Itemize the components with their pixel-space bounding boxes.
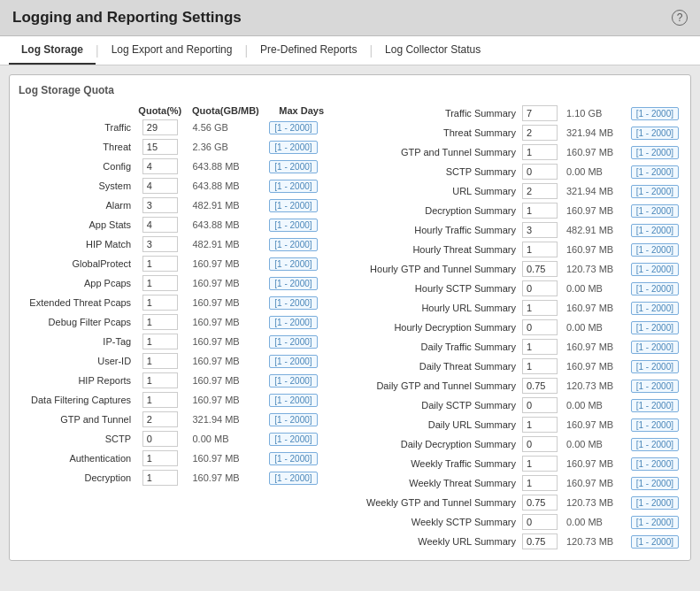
range-btn-right-4[interactable]: [1 - 2000] <box>631 185 679 198</box>
range-btn-left-5[interactable]: [1 - 2000] <box>269 219 317 232</box>
summary-value-input-11[interactable] <box>522 319 558 335</box>
range-btn-left-15[interactable]: [1 - 2000] <box>269 413 317 426</box>
range-btn-right-10[interactable]: [1 - 2000] <box>631 302 679 315</box>
range-btn-right-8[interactable]: [1 - 2000] <box>631 263 679 276</box>
range-btn-right-5[interactable]: [1 - 2000] <box>631 204 679 218</box>
quota-pct-input-17[interactable] <box>142 450 178 466</box>
summary-value-input-17[interactable] <box>522 436 558 452</box>
summary-value-input-20[interactable] <box>522 495 558 510</box>
range-btn-left-1[interactable]: [1 - 2000] <box>269 141 317 154</box>
range-btn-right-12[interactable]: [1 - 2000] <box>631 341 679 354</box>
range-btn-left-3[interactable]: [1 - 2000] <box>269 180 317 193</box>
summary-value-input-15[interactable] <box>522 397 558 413</box>
range-btn-left-7[interactable]: [1 - 2000] <box>269 257 317 271</box>
quota-pct-input-6[interactable] <box>142 236 178 252</box>
summary-value-input-0[interactable] <box>522 105 558 121</box>
range-btn-right-20[interactable]: [1 - 2000] <box>631 496 679 510</box>
summary-value-input-8[interactable] <box>522 261 558 277</box>
quota-pct-input-10[interactable] <box>142 314 178 330</box>
right-label-18: Weekly Traffic Summary <box>364 454 519 473</box>
range-btn-right-17[interactable]: [1 - 2000] <box>631 438 679 451</box>
summary-value-input-4[interactable] <box>522 183 558 199</box>
range-btn-right-0[interactable]: [1 - 2000] <box>631 107 679 120</box>
left-quota-pct-1 <box>135 137 185 157</box>
range-btn-left-16[interactable]: [1 - 2000] <box>269 433 317 446</box>
quota-pct-input-2[interactable] <box>142 158 178 174</box>
range-btn-left-18[interactable]: [1 - 2000] <box>269 472 317 485</box>
quota-pct-input-12[interactable] <box>142 353 178 369</box>
summary-value-input-18[interactable] <box>522 456 558 472</box>
range-btn-right-14[interactable]: [1 - 2000] <box>631 380 679 393</box>
range-btn-left-12[interactable]: [1 - 2000] <box>269 355 317 368</box>
left-label-6: HIP Match <box>19 234 135 254</box>
summary-value-input-10[interactable] <box>522 300 558 316</box>
range-btn-left-9[interactable]: [1 - 2000] <box>269 296 317 310</box>
range-btn-right-21[interactable]: [1 - 2000] <box>631 516 679 529</box>
range-btn-right-3[interactable]: [1 - 2000] <box>631 165 679 179</box>
quota-pct-input-7[interactable] <box>142 256 178 272</box>
quota-pct-input-4[interactable] <box>142 197 178 213</box>
quota-pct-input-1[interactable] <box>142 139 178 155</box>
quota-pct-input-8[interactable] <box>142 275 178 291</box>
range-btn-right-16[interactable]: [1 - 2000] <box>631 418 679 432</box>
summary-value-input-9[interactable] <box>522 280 558 296</box>
summary-value-input-5[interactable] <box>522 203 558 219</box>
summary-value-input-7[interactable] <box>522 242 558 257</box>
right-label-14: Daily GTP and Tunnel Summary <box>364 376 519 395</box>
right-range-20: [1 - 2000] <box>628 493 681 512</box>
right-value-cell-13 <box>519 357 560 376</box>
range-btn-right-6[interactable]: [1 - 2000] <box>631 224 679 237</box>
tab-log-storage[interactable]: Log Storage <box>9 36 96 65</box>
range-btn-right-1[interactable]: [1 - 2000] <box>631 127 679 140</box>
quota-pct-input-16[interactable] <box>142 431 178 447</box>
summary-value-input-3[interactable] <box>522 164 558 180</box>
quota-pct-input-3[interactable] <box>142 178 178 194</box>
help-icon[interactable]: ? <box>672 10 688 26</box>
left-max-days-3: [1 - 2000] <box>265 176 337 196</box>
summary-value-input-1[interactable] <box>522 125 558 141</box>
range-btn-left-13[interactable]: [1 - 2000] <box>269 374 317 388</box>
tab-log-export[interactable]: Log Export and Reporting <box>99 36 245 65</box>
summary-value-input-13[interactable] <box>522 358 558 374</box>
quota-pct-input-18[interactable] <box>142 470 178 486</box>
range-btn-left-2[interactable]: [1 - 2000] <box>269 160 317 173</box>
range-btn-left-4[interactable]: [1 - 2000] <box>269 199 317 212</box>
range-btn-left-11[interactable]: [1 - 2000] <box>269 335 317 349</box>
range-btn-right-11[interactable]: [1 - 2000] <box>631 321 679 334</box>
range-btn-right-22[interactable]: [1 - 2000] <box>631 535 679 549</box>
range-btn-left-10[interactable]: [1 - 2000] <box>269 316 317 329</box>
range-btn-left-8[interactable]: [1 - 2000] <box>269 277 317 290</box>
quota-pct-input-11[interactable] <box>142 334 178 349</box>
quota-pct-input-13[interactable] <box>142 372 178 388</box>
range-btn-left-0[interactable]: [1 - 2000] <box>269 121 317 134</box>
summary-value-input-22[interactable] <box>522 533 558 549</box>
range-btn-right-9[interactable]: [1 - 2000] <box>631 282 679 296</box>
quota-pct-input-5[interactable] <box>142 217 178 233</box>
range-btn-right-18[interactable]: [1 - 2000] <box>631 457 679 471</box>
quota-pct-input-9[interactable] <box>142 295 178 311</box>
quota-pct-input-0[interactable] <box>142 119 178 135</box>
quota-pct-input-15[interactable] <box>142 411 178 427</box>
right-value-cell-7 <box>519 240 560 259</box>
range-btn-left-6[interactable]: [1 - 2000] <box>269 238 317 251</box>
range-btn-right-15[interactable]: [1 - 2000] <box>631 399 679 412</box>
right-range-13: [1 - 2000] <box>628 357 681 376</box>
summary-value-input-2[interactable] <box>522 144 558 160</box>
tab-log-collector[interactable]: Log Collector Status <box>373 36 493 65</box>
range-btn-left-17[interactable]: [1 - 2000] <box>269 452 317 465</box>
summary-value-input-19[interactable] <box>522 475 558 491</box>
tab-pre-defined[interactable]: Pre-Defined Reports <box>248 36 369 65</box>
range-btn-right-19[interactable]: [1 - 2000] <box>631 477 679 490</box>
range-btn-right-7[interactable]: [1 - 2000] <box>631 243 679 257</box>
range-btn-right-2[interactable]: [1 - 2000] <box>631 146 679 159</box>
summary-value-input-14[interactable] <box>522 378 558 394</box>
summary-value-input-16[interactable] <box>522 417 558 433</box>
summary-value-input-12[interactable] <box>522 339 558 355</box>
range-btn-left-14[interactable]: [1 - 2000] <box>269 394 317 407</box>
quota-pct-input-14[interactable] <box>142 392 178 408</box>
summary-value-input-6[interactable] <box>522 222 558 238</box>
summary-value-input-21[interactable] <box>522 514 558 530</box>
range-btn-right-13[interactable]: [1 - 2000] <box>631 360 679 373</box>
right-size-21: 0.00 MB <box>560 512 628 532</box>
left-row: App Pcaps 160.97 MB [1 - 2000] <box>19 273 337 293</box>
